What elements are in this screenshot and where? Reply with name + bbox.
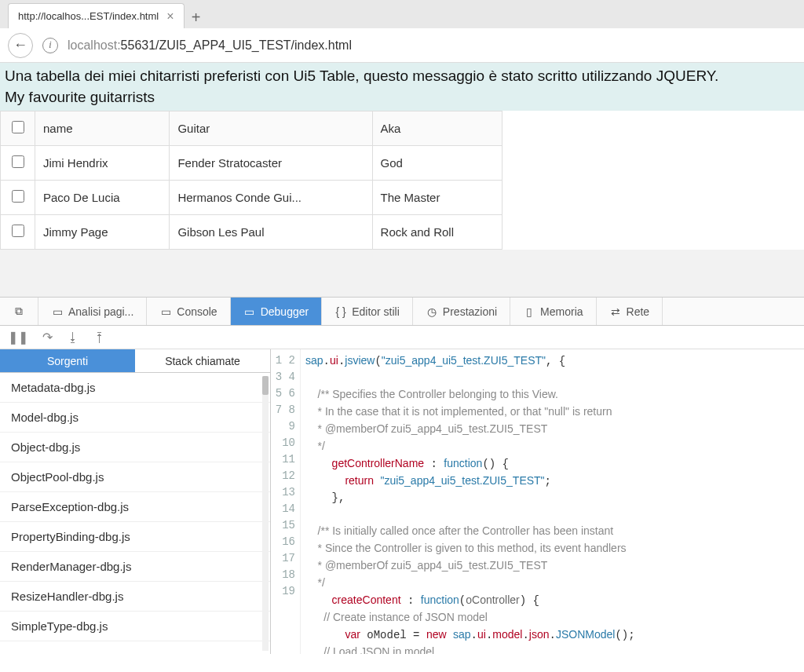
devtools-toolbar: ⧉ ▭Analisi pagi... ▭Console ▭Debugger { … (0, 298, 804, 326)
cell-guitar: Hermanos Conde Gui... (170, 181, 372, 215)
cell-guitar: Gibson Les Paul (170, 215, 372, 250)
tab-debugger[interactable]: ▭Debugger (231, 298, 323, 325)
cell-aka: Rock and Roll (372, 215, 502, 250)
cell-name: Jimmy Page (35, 215, 170, 250)
col-guitar[interactable]: Guitar (170, 111, 372, 146)
page-message: Una tabella dei miei chitarristi preferi… (0, 63, 804, 111)
tab-styles[interactable]: { }Editor stili (322, 298, 413, 325)
col-aka[interactable]: Aka (372, 111, 502, 146)
select-all-cell (1, 111, 35, 146)
tab-memory[interactable]: ▯Memoria (510, 298, 596, 325)
row-checkbox[interactable] (12, 155, 24, 168)
tab-network[interactable]: ⇄Rete (597, 298, 663, 325)
step-over-icon[interactable]: ↷ (42, 330, 53, 345)
line-gutter: 1 2 3 4 5 6 7 8 9 10 11 12 13 14 15 16 1… (271, 349, 301, 654)
cell-name: Jimi Hendrix (35, 146, 170, 181)
message-line-2: My favourite guitarrists (5, 87, 799, 108)
tab-callstack[interactable]: Stack chiamate (135, 349, 270, 373)
tab-performance[interactable]: ◷Prestazioni (413, 298, 510, 325)
file-item[interactable]: PropertyBinding-dbg.js (0, 522, 270, 552)
address-bar: ← i localhost:55631/ZUI5_APP4_UI5_TEST/i… (0, 28, 804, 63)
devtools-panel: ⧉ ▭Analisi pagi... ▭Console ▭Debugger { … (0, 297, 804, 654)
cell-guitar: Fender Stratocaster (170, 146, 372, 181)
col-name[interactable]: name (35, 111, 170, 146)
sources-tabs: Sorgenti Stack chiamate (0, 349, 270, 373)
url-display[interactable]: localhost:55631/ZUI5_APP4_UI5_TEST/index… (68, 38, 352, 53)
file-item[interactable]: Model-dbg.js (0, 403, 270, 433)
row-checkbox[interactable] (12, 225, 24, 237)
site-info-icon[interactable]: i (42, 38, 58, 53)
step-in-icon[interactable]: ⭳ (67, 331, 79, 345)
sources-pane: Sorgenti Stack chiamate Metadata-dbg.js … (0, 349, 271, 654)
file-item[interactable]: SimpleType-dbg.js (0, 612, 270, 641)
devtools-dock-icon[interactable]: ⧉ (0, 298, 38, 325)
table-row[interactable]: Jimi Hendrix Fender Stratocaster God (1, 146, 502, 181)
file-item[interactable]: RenderManager-dbg.js (0, 552, 270, 582)
table-header-row: name Guitar Aka (1, 111, 502, 146)
url-path: 55631/ZUI5_APP4_UI5_TEST/index.html (121, 38, 352, 52)
cell-aka: The Master (372, 181, 502, 215)
file-item[interactable]: ParseException-dbg.js (0, 492, 270, 522)
close-tab-icon[interactable]: × (166, 9, 174, 24)
code-pane: 1 2 3 4 5 6 7 8 9 10 11 12 13 14 15 16 1… (271, 349, 804, 654)
tab-sources[interactable]: Sorgenti (0, 349, 135, 373)
cell-aka: God (372, 146, 502, 181)
browser-tab-bar: http://localhos...EST/index.html × + (0, 0, 804, 28)
source-code[interactable]: sap.ui.jsview("zui5_app4_ui5_test.ZUI5_T… (301, 349, 804, 654)
url-host: localhost: (68, 38, 121, 52)
tab-inspector[interactable]: ▭Analisi pagi... (38, 298, 147, 325)
row-checkbox[interactable] (12, 190, 24, 203)
scrollbar-thumb[interactable] (262, 376, 269, 395)
debugger-body: Sorgenti Stack chiamate Metadata-dbg.js … (0, 349, 804, 654)
tab-title: http://localhos...EST/index.html (18, 10, 159, 22)
table-row[interactable]: Paco De Lucia Hermanos Conde Gui... The … (1, 181, 502, 215)
file-item[interactable]: Object-dbg.js (0, 433, 270, 462)
pause-icon[interactable]: ❚❚ (8, 330, 28, 345)
debugger-controls: ❚❚ ↷ ⭳ ⭱ (0, 326, 804, 349)
browser-tab[interactable]: http://localhos...EST/index.html × (8, 3, 185, 28)
select-all-checkbox[interactable] (12, 121, 24, 133)
file-item[interactable]: ResizeHandler-dbg.js (0, 582, 270, 612)
file-item[interactable]: Metadata-dbg.js (0, 373, 270, 403)
page-body-spacer (0, 250, 804, 297)
step-out-icon[interactable]: ⭱ (93, 331, 106, 345)
file-list[interactable]: Metadata-dbg.js Model-dbg.js Object-dbg.… (0, 373, 270, 654)
new-tab-button[interactable]: + (185, 6, 208, 28)
file-item[interactable]: ObjectPool-dbg.js (0, 462, 270, 492)
cell-name: Paco De Lucia (35, 181, 170, 215)
table-row[interactable]: Jimmy Page Gibson Les Paul Rock and Roll (1, 215, 502, 250)
message-line-1: Una tabella dei miei chitarristi preferi… (5, 66, 799, 87)
back-button[interactable]: ← (8, 33, 33, 58)
scrollbar[interactable] (262, 376, 269, 651)
guitarists-table: name Guitar Aka Jimi Hendrix Fender Stra… (0, 111, 502, 250)
tab-console[interactable]: ▭Console (147, 298, 230, 325)
